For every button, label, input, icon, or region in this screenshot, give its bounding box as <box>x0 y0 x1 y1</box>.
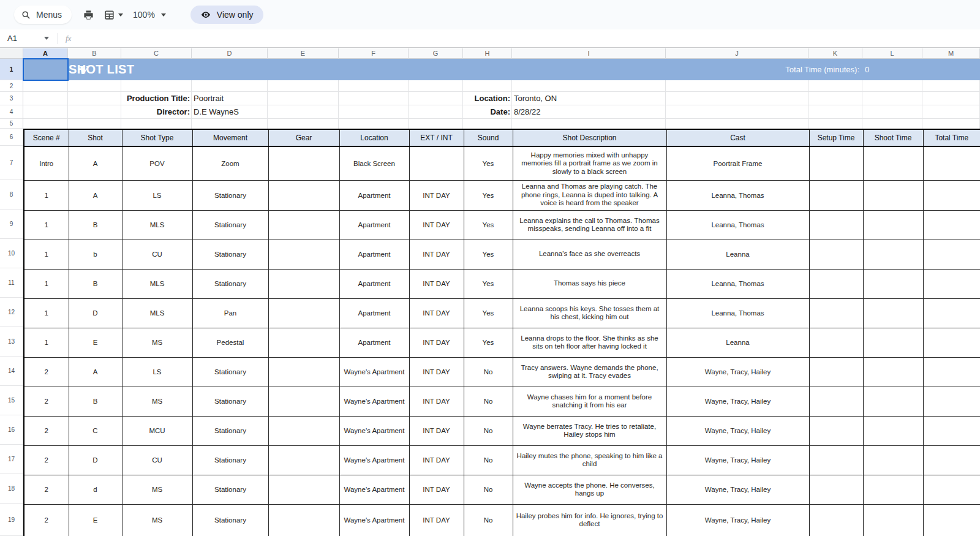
location-value[interactable]: Toronto, ON <box>514 92 557 105</box>
production-title-label[interactable]: Production Title: <box>23 92 190 105</box>
cell-movement[interactable]: Stationary <box>192 475 268 504</box>
column-header-L[interactable]: L <box>862 48 922 59</box>
cell-cast[interactable]: Wayne, Tracy, Hailey <box>666 475 809 504</box>
column-header-I[interactable]: I <box>512 48 666 59</box>
cell-sound[interactable]: Yes <box>464 210 513 240</box>
cell-gear[interactable] <box>268 475 339 504</box>
cell-shoot-time[interactable] <box>863 269 923 298</box>
cell-scene[interactable]: Intro <box>24 146 69 180</box>
cell-shoot-time[interactable] <box>863 357 923 387</box>
row-header-2[interactable]: 2 <box>0 80 23 92</box>
table-column-header-shot-description[interactable]: Shot Description <box>513 129 666 146</box>
cell-cast[interactable]: Leanna, Thomas <box>666 269 809 298</box>
cell-sound[interactable]: No <box>464 387 513 416</box>
cell-shot[interactable]: E <box>69 504 122 536</box>
table-column-header-shoot-time[interactable]: Shoot Time <box>863 129 923 146</box>
cell-description[interactable]: Leanna explains the call to Thomas. Thom… <box>513 210 666 240</box>
cell-cast[interactable]: Wayne, Tracy, Hailey <box>666 504 809 536</box>
cell-movement[interactable]: Zoom <box>192 146 268 180</box>
cell-cast[interactable]: Leanna <box>666 328 809 357</box>
row-header-6[interactable]: 6 <box>0 129 23 146</box>
row-header-18[interactable]: 18 <box>0 474 23 504</box>
cell-gear[interactable] <box>268 328 339 357</box>
view-only-button[interactable]: View only <box>190 6 263 24</box>
cell-movement[interactable]: Stationary <box>192 445 268 475</box>
table-column-header-shot[interactable]: Shot <box>69 129 122 146</box>
director-value[interactable]: D.E WayneS <box>194 105 239 119</box>
cell-shot[interactable]: b <box>69 240 122 269</box>
cell-sound[interactable]: Yes <box>464 298 513 328</box>
row-header-1[interactable]: 1 <box>0 59 23 80</box>
cell-shot-type[interactable]: LS <box>122 357 192 387</box>
row-header-3[interactable]: 3 <box>0 92 23 105</box>
cell-cast[interactable]: Wayne, Tracy, Hailey <box>666 387 809 416</box>
cell-scene[interactable]: 1 <box>24 269 69 298</box>
cell-description[interactable]: Happy memories mixed with unhappy memori… <box>513 146 666 180</box>
row-header-13[interactable]: 13 <box>0 327 23 357</box>
cell-location[interactable]: Wayne's Apartment <box>339 416 409 445</box>
cell-shoot-time[interactable] <box>863 328 923 357</box>
cell-location[interactable]: Wayne's Apartment <box>339 445 409 475</box>
cell-shoot-time[interactable] <box>863 504 923 536</box>
cell-setup-time[interactable] <box>809 475 863 504</box>
cell-location[interactable]: Wayne's Apartment <box>339 357 409 387</box>
cell-sound[interactable]: Yes <box>464 240 513 269</box>
cell-cast[interactable]: Leanna, Thomas <box>666 298 809 328</box>
column-header-D[interactable]: D <box>192 48 268 59</box>
cell-scene[interactable]: 2 <box>24 475 69 504</box>
cell-scene[interactable]: 1 <box>24 180 69 210</box>
cell-total-time[interactable] <box>923 416 980 445</box>
chevron-down-icon[interactable] <box>118 13 123 17</box>
cell-description[interactable]: Leanna drops to the floor. She thinks as… <box>513 328 666 357</box>
cell-ext-int[interactable]: INT DAY <box>409 475 464 504</box>
cell-total-time[interactable] <box>923 504 980 536</box>
cell-setup-time[interactable] <box>809 445 863 475</box>
cell-shot[interactable]: A <box>69 146 122 180</box>
cell-cast[interactable]: Leanna <box>666 240 809 269</box>
location-label[interactable]: Location: <box>368 92 510 105</box>
cell-setup-time[interactable] <box>809 357 863 387</box>
cell-cast[interactable]: Wayne, Tracy, Hailey <box>666 416 809 445</box>
cell-shot[interactable]: B <box>69 269 122 298</box>
row-header-17[interactable]: 17 <box>0 445 23 474</box>
row-header-11[interactable]: 11 <box>0 268 23 298</box>
cell-shot-type[interactable]: LS <box>122 180 192 210</box>
cell-shot[interactable]: B <box>69 210 122 240</box>
cell-scene[interactable]: 1 <box>24 298 69 328</box>
menus-search-button[interactable]: Menus <box>14 6 72 24</box>
table-column-header-gear[interactable]: Gear <box>268 129 339 146</box>
cell-setup-time[interactable] <box>809 298 863 328</box>
cell-movement[interactable]: Stationary <box>192 416 268 445</box>
table-column-header-cast[interactable]: Cast <box>666 129 809 146</box>
cell-shot-type[interactable]: MS <box>122 504 192 536</box>
cell-location[interactable]: Wayne's Apartment <box>339 387 409 416</box>
select-all-corner[interactable] <box>0 48 23 59</box>
cell-scene[interactable]: 1 <box>24 210 69 240</box>
cell-gear[interactable] <box>268 210 339 240</box>
cell-location[interactable]: Apartment <box>339 210 409 240</box>
table-column-header-scene-#[interactable]: Scene # <box>24 129 69 146</box>
cell-shot[interactable]: A <box>69 180 122 210</box>
column-header-J[interactable]: J <box>666 48 809 59</box>
cell-ext-int[interactable]: INT DAY <box>409 269 464 298</box>
cell-setup-time[interactable] <box>809 416 863 445</box>
cell-gear[interactable] <box>268 298 339 328</box>
column-header-K[interactable]: K <box>809 48 862 59</box>
cell-gear[interactable] <box>268 504 339 536</box>
zoom-control[interactable]: 100% <box>133 10 166 20</box>
cell-location[interactable]: Apartment <box>339 328 409 357</box>
cell-cast[interactable]: Leanna, Thomas <box>666 210 809 240</box>
cell-description[interactable]: Wayne chases him for a moment before sna… <box>513 387 666 416</box>
cell-movement[interactable]: Stationary <box>192 180 268 210</box>
table-column-header-total-time[interactable]: Total Time <box>923 129 980 146</box>
cell-shot-type[interactable]: CU <box>122 240 192 269</box>
cell-total-time[interactable] <box>923 357 980 387</box>
production-title-value[interactable]: Poortrait <box>194 92 224 105</box>
cell-total-time[interactable] <box>923 387 980 416</box>
cell-sound[interactable]: Yes <box>464 146 513 180</box>
cell-ext-int[interactable]: INT DAY <box>409 210 464 240</box>
cell-total-time[interactable] <box>923 146 980 180</box>
cell-movement[interactable]: Pedestal <box>192 328 268 357</box>
cell-gear[interactable] <box>268 445 339 475</box>
row-header-14[interactable]: 14 <box>0 357 23 386</box>
